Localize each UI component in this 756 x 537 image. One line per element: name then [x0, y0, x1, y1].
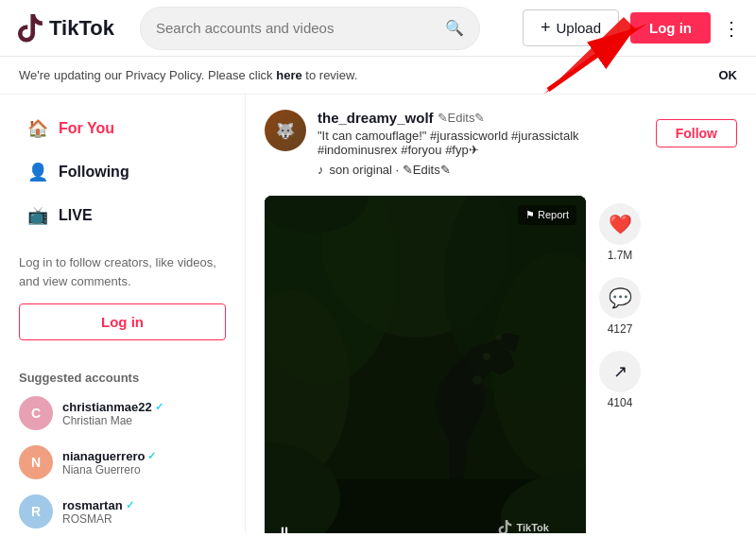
plus-icon: +	[541, 18, 551, 38]
share-action[interactable]: ↗ 4104	[599, 351, 641, 409]
username: christianmae22 ✓	[62, 400, 163, 414]
suggested-accounts-title: Suggested accounts	[0, 363, 245, 389]
like-action[interactable]: ❤️ 1.7M	[599, 203, 641, 262]
report-button[interactable]: ⚑ Report	[518, 205, 576, 225]
watermark-text: TikTok	[516, 522, 548, 533]
nav-live[interactable]: 📺 LIVE	[8, 195, 237, 236]
verified-icon: ✓	[147, 450, 156, 462]
video-user-section: the_dreamy_wolf ✎Edits✎ "It can camoufla…	[318, 110, 737, 186]
video-player[interactable]: ⚑ Report ⏸ TikTok @the_dreamy_w...	[265, 196, 586, 533]
tiktok-watermark: TikTok @the_dreamy_w...	[497, 520, 576, 533]
svg-point-8	[483, 353, 490, 360]
login-prompt: Log in to follow creators, like videos, …	[0, 238, 245, 355]
avatar: N	[19, 445, 53, 479]
display-name: Niana Guerrero	[62, 463, 156, 476]
comment-icon: 💬	[599, 277, 641, 319]
search-input[interactable]	[156, 20, 445, 36]
sidebar: 🏠 For You 👤 Following 📺 LIVE Log in to f…	[0, 95, 246, 533]
svg-point-7	[496, 335, 502, 340]
avatar: C	[19, 396, 53, 430]
main-content: 🐺 the_dreamy_wolf ✎Edits✎ "It can camouf…	[246, 95, 756, 533]
video-username: the_dreamy_wolf ✎Edits✎	[318, 110, 656, 126]
like-icon: ❤️	[599, 203, 641, 245]
username: nianaguerrero ✓	[62, 449, 156, 463]
avatar: R	[19, 494, 53, 528]
verified-icon: ✓	[126, 499, 134, 511]
account-rosmartan[interactable]: R rosmartan ✓ ROSMAR	[0, 487, 245, 533]
share-icon: ↗	[599, 351, 641, 392]
video-avatar: 🐺	[265, 110, 306, 151]
privacy-bar: We're updating our Privacy Policy. Pleas…	[0, 57, 756, 95]
comment-count: 4127	[608, 322, 633, 336]
account-nianaguerrero[interactable]: N nianaguerrero ✓ Niana Guerrero	[0, 438, 245, 487]
search-icon: 🔍	[445, 19, 464, 37]
sidebar-login-button[interactable]: Log in	[19, 303, 226, 340]
display-name: ROSMAR	[62, 512, 134, 526]
privacy-here-link[interactable]: here	[276, 68, 301, 82]
video-background: ⚑ Report ⏸ TikTok @the_dreamy_w...	[265, 196, 586, 533]
display-name: Christian Mae	[62, 414, 163, 427]
privacy-ok-button[interactable]: OK	[719, 68, 738, 82]
verified-icon: ✓	[155, 401, 163, 413]
logo-text: TikTok	[49, 16, 114, 41]
video-description: "It can camouflage!" #jurassicworld #jur…	[318, 129, 656, 157]
username: rosmartan ✓	[62, 498, 134, 512]
video-edit-label: ✎Edits✎	[438, 111, 486, 125]
nav-for-you[interactable]: 🏠 For You	[8, 108, 237, 149]
like-count: 1.7M	[608, 249, 633, 262]
comment-action[interactable]: 💬 4127	[599, 277, 641, 336]
header-right: + Upload Log in ⋮	[523, 9, 741, 46]
video-actions: ❤️ 1.7M 💬 4127 ↗ 4104	[599, 196, 641, 533]
play-button[interactable]: ⏸	[276, 524, 293, 533]
tiktok-logo-icon	[15, 14, 43, 43]
following-icon: 👤	[26, 161, 49, 183]
upload-button[interactable]: + Upload	[523, 9, 619, 46]
nav-following[interactable]: 👤 Following	[8, 151, 237, 193]
login-button[interactable]: Log in	[630, 12, 711, 43]
main-layout: 🏠 For You 👤 Following 📺 LIVE Log in to f…	[0, 95, 756, 533]
video-sound: ♪ son original · ✎Edits✎	[318, 163, 737, 177]
jungle-background	[265, 196, 586, 533]
privacy-text: We're updating our Privacy Policy. Pleas…	[19, 68, 357, 82]
follow-button[interactable]: Follow	[656, 119, 737, 147]
music-note-icon: ♪	[318, 163, 324, 177]
live-icon: 📺	[26, 204, 49, 227]
home-icon: 🏠	[26, 117, 49, 140]
more-icon[interactable]: ⋮	[722, 17, 741, 40]
share-count: 4104	[608, 396, 633, 409]
header: TikTok 🔍 + Upload Log in ⋮	[0, 0, 756, 57]
watermark-logo-icon	[497, 520, 512, 533]
svg-point-9	[472, 375, 482, 385]
logo-area: TikTok	[15, 14, 129, 43]
video-player-section: ⚑ Report ⏸ TikTok @the_dreamy_w...	[265, 196, 737, 533]
search-bar[interactable]: 🔍	[140, 7, 480, 50]
account-christianmae22[interactable]: C christianmae22 ✓ Christian Mae	[0, 389, 245, 438]
login-prompt-text: Log in to follow creators, like videos, …	[19, 253, 226, 290]
